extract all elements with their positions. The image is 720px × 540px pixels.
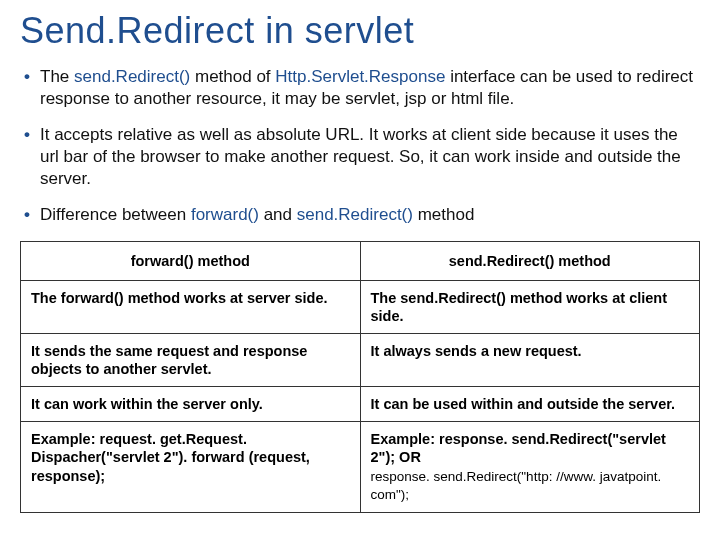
table-row: It can work within the server only. It c… — [21, 387, 700, 422]
table-row: The forward() method works at server sid… — [21, 280, 700, 333]
table-row: Example: request. get.Request. Dispacher… — [21, 422, 700, 513]
cell: Example: response. send.Redirect("servle… — [360, 422, 700, 513]
cell: It sends the same request and response o… — [21, 333, 361, 386]
text: method of — [190, 67, 275, 86]
bullet-3: Difference between forward() and send.Re… — [20, 204, 700, 226]
col-header-redirect: send.Redirect() method — [360, 241, 700, 280]
text: The — [40, 67, 74, 86]
bullet-list: The send.Redirect() method of Http.Servl… — [20, 66, 700, 227]
method-name: send.Redirect() — [297, 205, 413, 224]
comparison-table: forward() method send.Redirect() method … — [20, 241, 700, 514]
page-title: Send.Redirect in servlet — [20, 10, 700, 52]
example-text: Example: response. send.Redirect("servle… — [371, 431, 666, 465]
bullet-1: The send.Redirect() method of Http.Servl… — [20, 66, 700, 110]
cell: It can work within the server only. — [21, 387, 361, 422]
cell: Example: request. get.Request. Dispacher… — [21, 422, 361, 513]
text: Difference between — [40, 205, 191, 224]
table-row: It sends the same request and response o… — [21, 333, 700, 386]
cell: The forward() method works at server sid… — [21, 280, 361, 333]
cell: The send.Redirect() method works at clie… — [360, 280, 700, 333]
bullet-2: It accepts relative as well as absolute … — [20, 124, 700, 190]
cell: It can be used within and outside the se… — [360, 387, 700, 422]
interface-name: Http.Servlet.Response — [275, 67, 445, 86]
method-name: forward() — [191, 205, 259, 224]
cell: It always sends a new request. — [360, 333, 700, 386]
col-header-forward: forward() method — [21, 241, 361, 280]
text: and — [259, 205, 297, 224]
text: method — [413, 205, 474, 224]
example-note: response. send.Redirect("http: //www. ja… — [371, 469, 662, 503]
method-name: send.Redirect() — [74, 67, 190, 86]
